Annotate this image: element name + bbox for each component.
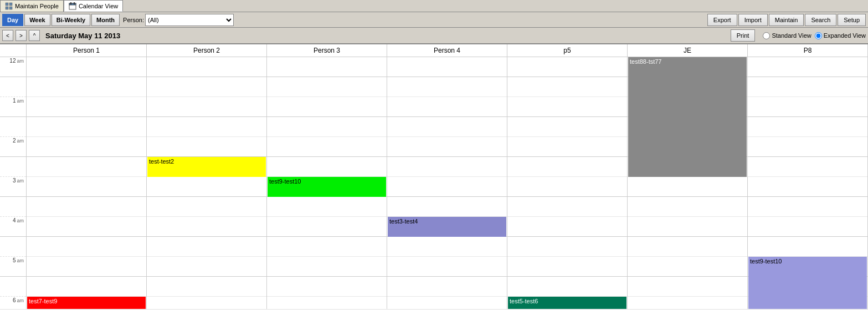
grid-slot[interactable] <box>387 297 507 309</box>
up-button[interactable]: ^ <box>29 30 40 41</box>
grid-slot[interactable] <box>507 137 627 157</box>
grid-slot[interactable] <box>507 57 627 77</box>
grid-slot[interactable] <box>267 77 387 97</box>
grid-slot[interactable] <box>147 117 266 137</box>
grid-slot[interactable] <box>748 137 867 157</box>
grid-slot[interactable] <box>387 117 507 137</box>
grid-slot[interactable] <box>628 237 747 257</box>
grid-slot[interactable] <box>507 117 627 137</box>
grid-slot[interactable] <box>507 257 627 277</box>
calendar-event[interactable]: test9-test10 <box>268 177 386 197</box>
grid-slot[interactable] <box>27 137 146 157</box>
grid-slot[interactable] <box>147 297 266 309</box>
week-button[interactable]: Week <box>24 14 50 26</box>
standard-view-radio[interactable] <box>763 32 770 39</box>
grid-slot[interactable] <box>27 97 146 117</box>
month-button[interactable]: Month <box>91 14 120 26</box>
grid-slot[interactable] <box>27 277 146 297</box>
search-button[interactable]: Search <box>805 14 836 26</box>
grid-slot[interactable] <box>387 157 507 177</box>
grid-slot[interactable] <box>267 277 387 297</box>
grid-slot[interactable] <box>507 157 627 177</box>
maintain-button[interactable]: Maintain <box>769 14 804 26</box>
grid-slot[interactable] <box>27 257 146 277</box>
grid-slot[interactable] <box>27 177 146 197</box>
grid-slot[interactable] <box>507 197 627 217</box>
grid-slot[interactable] <box>267 57 387 77</box>
grid-slot[interactable] <box>267 157 387 177</box>
grid-slot[interactable] <box>267 117 387 137</box>
grid-slot[interactable] <box>387 237 507 257</box>
expanded-view-option[interactable]: Expanded View <box>815 32 866 39</box>
grid-slot[interactable] <box>628 277 747 297</box>
grid-slot[interactable] <box>628 197 747 217</box>
grid-slot[interactable] <box>147 137 266 157</box>
grid-slot[interactable] <box>147 197 266 217</box>
grid-slot[interactable] <box>628 257 747 277</box>
export-button[interactable]: Export <box>707 14 737 26</box>
grid-slot[interactable] <box>27 157 146 177</box>
grid-slot[interactable] <box>147 77 266 97</box>
grid-slot[interactable] <box>267 137 387 157</box>
standard-view-option[interactable]: Standard View <box>763 32 811 39</box>
grid-slot[interactable] <box>27 57 146 77</box>
grid-slot[interactable] <box>267 297 387 309</box>
tab-calendar-view[interactable]: Calendar View <box>64 0 123 12</box>
grid-slot[interactable] <box>267 97 387 117</box>
grid-slot[interactable] <box>387 57 507 77</box>
grid-slot[interactable] <box>507 277 627 297</box>
grid-slot[interactable] <box>267 257 387 277</box>
grid-slot[interactable] <box>748 197 867 217</box>
tab-maintain-people[interactable]: Maintain People <box>0 0 64 12</box>
grid-slot[interactable] <box>628 297 747 309</box>
grid-slot[interactable] <box>387 137 507 157</box>
grid-slot[interactable] <box>27 237 146 257</box>
grid-slot[interactable] <box>748 117 867 137</box>
grid-slot[interactable] <box>507 237 627 257</box>
grid-slot[interactable] <box>628 177 747 197</box>
calendar-event[interactable]: test88-tst77 <box>628 57 747 177</box>
grid-slot[interactable] <box>748 57 867 77</box>
grid-slot[interactable] <box>147 97 266 117</box>
calendar-event[interactable]: test9-test10 <box>748 257 867 309</box>
grid-slot[interactable] <box>387 197 507 217</box>
grid-slot[interactable] <box>507 77 627 97</box>
calendar-event[interactable]: test7-test9 <box>27 297 146 309</box>
grid-slot[interactable] <box>748 97 867 117</box>
prev-button[interactable]: < <box>2 30 13 41</box>
grid-slot[interactable] <box>27 117 146 137</box>
setup-button[interactable]: Setup <box>838 14 866 26</box>
grid-slot[interactable] <box>387 97 507 117</box>
grid-slot[interactable] <box>147 217 266 237</box>
grid-slot[interactable] <box>387 277 507 297</box>
grid-slot[interactable] <box>748 157 867 177</box>
grid-slot[interactable] <box>147 237 266 257</box>
calendar-event[interactable]: test-test2 <box>147 157 266 177</box>
grid-slot[interactable] <box>387 257 507 277</box>
grid-slot[interactable] <box>387 77 507 97</box>
grid-slot[interactable] <box>628 217 747 237</box>
grid-slot[interactable] <box>267 217 387 237</box>
next-button[interactable]: > <box>16 30 27 41</box>
grid-slot[interactable] <box>387 177 507 197</box>
grid-slot[interactable] <box>748 177 867 197</box>
day-button[interactable]: Day <box>2 14 23 26</box>
grid-slot[interactable] <box>748 77 867 97</box>
grid-slot[interactable] <box>267 237 387 257</box>
grid-slot[interactable] <box>147 277 266 297</box>
grid-slot[interactable] <box>748 237 867 257</box>
grid-slot[interactable] <box>507 177 627 197</box>
grid-slot[interactable] <box>267 197 387 217</box>
import-button[interactable]: Import <box>738 14 768 26</box>
grid-slot[interactable] <box>147 177 266 197</box>
bi-weekly-button[interactable]: Bi-Weekly <box>52 14 90 26</box>
expanded-view-radio[interactable] <box>815 32 822 39</box>
grid-slot[interactable] <box>27 217 146 237</box>
grid-slot[interactable] <box>748 217 867 237</box>
grid-slot[interactable] <box>147 257 266 277</box>
grid-slot[interactable] <box>147 57 266 77</box>
grid-slot[interactable] <box>27 197 146 217</box>
grid-slot[interactable] <box>27 77 146 97</box>
calendar-event[interactable]: test3-test4 <box>388 217 506 237</box>
print-button[interactable]: Print <box>731 29 756 42</box>
